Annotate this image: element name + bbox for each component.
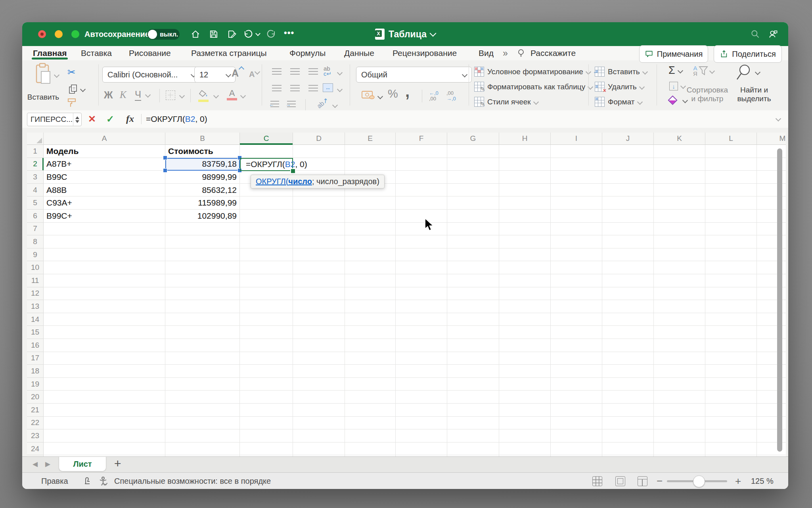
fill-button[interactable]: ↓ [669, 82, 685, 90]
cell-G21[interactable] [447, 404, 499, 417]
cell-F17[interactable] [396, 352, 447, 365]
cell-L8[interactable] [705, 235, 757, 248]
cell-L19[interactable] [705, 378, 757, 391]
row-header-1[interactable]: 1 [27, 145, 44, 158]
cell-H10[interactable] [499, 261, 551, 274]
cell-J1[interactable] [602, 145, 654, 158]
cell-I20[interactable] [551, 391, 602, 404]
cell-G7[interactable] [447, 223, 499, 236]
cell-D6[interactable] [293, 210, 345, 223]
cell-G11[interactable] [447, 274, 499, 287]
cell-L24[interactable] [705, 443, 757, 456]
cell-H3[interactable] [499, 171, 551, 184]
cell-B14[interactable] [165, 313, 240, 326]
cell-L11[interactable] [705, 274, 757, 287]
search-icon[interactable] [750, 29, 760, 39]
row-header-9[interactable]: 9 [27, 248, 44, 262]
cell-C15[interactable] [240, 326, 293, 339]
cell-G2[interactable] [447, 158, 499, 171]
cell-G1[interactable] [447, 145, 499, 158]
autosave-toggle[interactable]: выкл. [147, 29, 180, 40]
cell-K7[interactable] [654, 223, 705, 236]
cell-K2[interactable] [654, 158, 705, 171]
cell-E6[interactable] [345, 210, 396, 223]
cell-H24[interactable] [499, 443, 551, 456]
cell-B4[interactable]: 85632,12 [165, 184, 240, 197]
number-format-select[interactable]: Общий [356, 67, 472, 83]
zoom-in-button[interactable]: + [735, 473, 741, 489]
cell-I8[interactable] [551, 235, 602, 248]
toolbar-more-icon[interactable]: ••• [284, 28, 294, 38]
cell-F7[interactable] [396, 223, 447, 236]
cell-L4[interactable] [705, 184, 757, 197]
cell-B5[interactable]: 115989,99 [165, 196, 240, 210]
cell-L14[interactable] [705, 313, 757, 326]
cell-H15[interactable] [499, 326, 551, 339]
page-break-view-button[interactable] [638, 473, 647, 489]
cell-B19[interactable] [165, 378, 240, 391]
share-button[interactable]: Поделиться [714, 45, 782, 63]
cell-L15[interactable] [705, 326, 757, 339]
cell-F12[interactable] [396, 287, 447, 300]
cell-G3[interactable] [447, 171, 499, 184]
name-box[interactable]: ГИПЕРСС... [27, 113, 82, 126]
cell-L6[interactable] [705, 210, 757, 223]
cell-L13[interactable] [705, 300, 757, 313]
cell-E7[interactable] [345, 223, 396, 236]
cell-E23[interactable] [345, 429, 396, 443]
cell-F6[interactable] [396, 210, 447, 223]
wrap-text-chevron[interactable] [337, 70, 343, 75]
cell-K17[interactable] [654, 352, 705, 365]
vertical-scrollbar[interactable] [777, 148, 782, 452]
ribbon-tab-Главная[interactable]: Главная [33, 46, 67, 60]
cell-G23[interactable] [447, 429, 499, 443]
column-header-K[interactable]: K [654, 133, 705, 145]
cell-E14[interactable] [345, 313, 396, 326]
cell-J19[interactable] [602, 378, 654, 391]
insert-cells-button[interactable]: ← Вставить [595, 67, 647, 77]
cell-A19[interactable] [44, 378, 165, 391]
document-title[interactable]: Таблица [389, 29, 427, 40]
cell-I24[interactable] [551, 443, 602, 456]
tooltip-arg-link[interactable]: число [288, 177, 312, 186]
cell-D17[interactable] [293, 352, 345, 365]
cell-A22[interactable] [44, 417, 165, 430]
cell-F25[interactable] [396, 455, 447, 456]
cell-A2[interactable]: A87B+ [44, 158, 165, 171]
cell-K8[interactable] [654, 235, 705, 248]
italic-button[interactable]: К [120, 89, 135, 100]
cell-G13[interactable] [447, 300, 499, 313]
fill-handle[interactable] [290, 168, 296, 174]
cell-C19[interactable] [240, 378, 293, 391]
paste-icon[interactable] [34, 63, 52, 85]
cell-G8[interactable] [447, 235, 499, 248]
cell-G17[interactable] [447, 352, 499, 365]
cell-H5[interactable] [499, 196, 551, 210]
cell-B8[interactable] [165, 235, 240, 248]
cell-G19[interactable] [447, 378, 499, 391]
cell-K1[interactable] [654, 145, 705, 158]
find-select-label[interactable]: Найти ивыделить [734, 86, 774, 103]
row-header-16[interactable]: 16 [27, 339, 44, 352]
cell-K19[interactable] [654, 378, 705, 391]
font-color-chevron[interactable] [240, 93, 246, 98]
cell-J21[interactable] [602, 404, 654, 417]
cell-J16[interactable] [602, 339, 654, 352]
cell-C16[interactable] [240, 339, 293, 352]
cell-B17[interactable] [165, 352, 240, 365]
cell-B7[interactable] [165, 223, 240, 236]
sort-filter-label[interactable]: Сортировкаи фильтр [685, 86, 730, 103]
cell-C20[interactable] [240, 391, 293, 404]
cell-C7[interactable] [240, 223, 293, 236]
cell-K3[interactable] [654, 171, 705, 184]
row-header-23[interactable]: 23 [27, 429, 44, 443]
percent-style-icon[interactable]: % [388, 87, 398, 100]
column-header-A[interactable]: A [44, 133, 165, 145]
cell-E1[interactable] [345, 145, 396, 158]
row-header-3[interactable]: 3 [27, 171, 44, 184]
cell-G12[interactable] [447, 287, 499, 300]
cell-B20[interactable] [165, 391, 240, 404]
cell-E8[interactable] [345, 235, 396, 248]
close-button[interactable] [38, 30, 46, 38]
column-header-C[interactable]: C [240, 133, 293, 145]
